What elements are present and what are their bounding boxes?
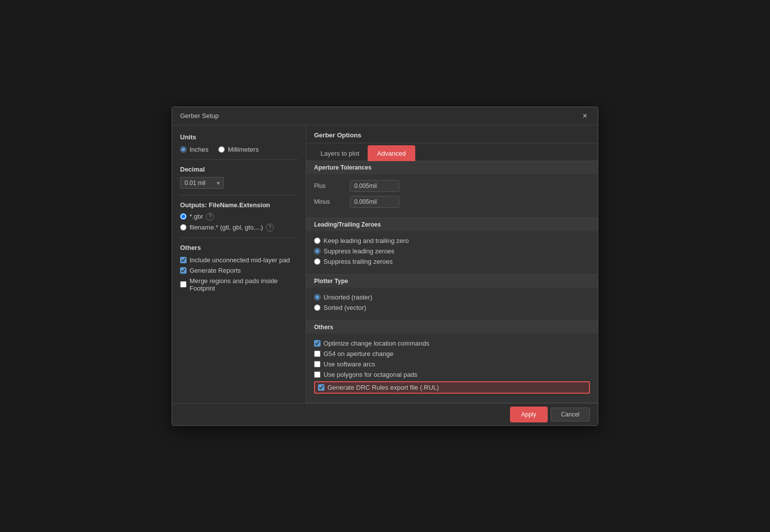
checkbox-polygons[interactable]: Use polygons for octagonal pads xyxy=(314,371,590,378)
plus-label: Plus xyxy=(314,182,344,189)
suppress-trailing-label: Suppress trailing zeroes xyxy=(323,258,392,265)
plotter-type-header: Plotter Type xyxy=(306,275,598,288)
radio-keep-leading-input[interactable] xyxy=(314,237,321,244)
others-content-right: Optimize change location commands G54 on… xyxy=(306,334,598,403)
checkbox-g54-input[interactable] xyxy=(314,351,321,357)
checkbox-include-unconnected-input[interactable] xyxy=(180,257,187,263)
sorted-label: Sorted (vector) xyxy=(323,304,366,311)
radio-suppress-trailing-input[interactable] xyxy=(314,258,321,265)
aperture-tolerances-block: Aperture Tolerances Plus Minus xyxy=(306,161,598,218)
checkbox-software-arcs-input[interactable] xyxy=(314,361,321,367)
gerber-options-header: Gerber Options xyxy=(306,125,598,143)
divider-decimal xyxy=(180,195,298,195)
checkbox-merge-regions-input[interactable] xyxy=(180,281,187,288)
checkbox-merge-regions[interactable]: Merge regions and pads inside Footprint xyxy=(180,277,298,292)
leading-trailing-zeroes-header: Leading/Trailing Zeroes xyxy=(306,218,598,231)
dialog-gerber-setup: Gerber Setup × Units Inches Millimeters … xyxy=(172,107,598,426)
close-button[interactable]: × xyxy=(580,111,590,121)
divider-units xyxy=(180,159,298,160)
help-icon-gbr[interactable]: ? xyxy=(206,213,214,221)
units-radio-group: Inches Millimeters xyxy=(180,146,298,153)
help-icon-filename[interactable]: ? xyxy=(266,224,274,232)
dialog-footer: Apply Cancel xyxy=(172,403,598,425)
right-panel: Gerber Options Layers to plot Advanced A… xyxy=(306,125,598,403)
millimeters-label: Millimeters xyxy=(228,146,258,153)
radio-suppress-leading-input[interactable] xyxy=(314,248,321,254)
checkbox-generate-reports-input[interactable] xyxy=(180,267,187,274)
inches-label: Inches xyxy=(190,146,208,153)
radio-sorted[interactable]: Sorted (vector) xyxy=(314,304,590,311)
plotter-type-block: Plotter Type Unsorted (raster) Sorted (v… xyxy=(306,275,598,321)
checkbox-optimize-input[interactable] xyxy=(314,340,321,347)
plus-field-row: Plus xyxy=(314,180,590,192)
others-header-right: Others xyxy=(306,321,598,334)
radio-filename-input[interactable] xyxy=(180,224,187,231)
software-arcs-label: Use software arcs xyxy=(323,360,375,368)
title-bar: Gerber Setup × xyxy=(172,107,598,125)
output-filename-label: filename.* (gtl, gbl, gto,...) xyxy=(190,224,263,231)
minus-input[interactable] xyxy=(350,196,399,208)
drc-rules-highlighted-row: Generate DRC Rules export file (.RUL) xyxy=(314,381,590,394)
polygons-label: Use polygons for octagonal pads xyxy=(323,371,417,378)
minus-field-row: Minus xyxy=(314,196,590,208)
tabs-row: Layers to plot Advanced xyxy=(306,143,598,161)
include-unconnected-label: Include unconnected mid-layer pad xyxy=(190,256,290,264)
leading-trailing-zeroes-content: Keep leading and trailing zero Suppress … xyxy=(306,231,598,274)
checkbox-software-arcs[interactable]: Use software arcs xyxy=(314,360,590,368)
output-gbr-label: *.gbr xyxy=(190,213,203,220)
divider-outputs xyxy=(180,237,298,238)
plotter-type-content: Unsorted (raster) Sorted (vector) xyxy=(306,288,598,320)
others-header: Others xyxy=(180,244,298,251)
leading-trailing-zeroes-block: Leading/Trailing Zeroes Keep leading and… xyxy=(306,218,598,275)
cancel-button[interactable]: Cancel xyxy=(551,408,590,421)
radio-unsorted[interactable]: Unsorted (raster) xyxy=(314,294,590,301)
checkbox-g54[interactable]: G54 on aperture change xyxy=(314,350,590,357)
radio-millimeters[interactable]: Millimeters xyxy=(218,146,258,153)
generate-reports-label: Generate Reports xyxy=(190,267,241,274)
outputs-header: Outputs: FileName.Extension xyxy=(180,201,298,209)
decimal-select[interactable]: 0.01 mil 0.1 mil 1 mil 0.001 mm xyxy=(180,177,224,189)
radio-gbr-input[interactable] xyxy=(180,213,187,220)
radio-suppress-trailing[interactable]: Suppress trailing zeroes xyxy=(314,258,590,265)
radio-unsorted-input[interactable] xyxy=(314,294,321,300)
dialog-body: Units Inches Millimeters Decimal 0.01 mi… xyxy=(172,125,598,403)
plus-input[interactable] xyxy=(350,180,399,192)
radio-inches[interactable]: Inches xyxy=(180,146,208,153)
others-block-right: Others Optimize change location commands… xyxy=(306,321,598,403)
decimal-header: Decimal xyxy=(180,166,298,173)
suppress-leading-label: Suppress leading zeroes xyxy=(323,247,394,255)
left-panel: Units Inches Millimeters Decimal 0.01 mi… xyxy=(172,125,306,403)
apply-button[interactable]: Apply xyxy=(511,408,547,421)
units-header: Units xyxy=(180,133,298,141)
radio-millimeters-input[interactable] xyxy=(218,146,225,153)
radio-keep-leading[interactable]: Keep leading and trailing zero xyxy=(314,237,590,244)
checkbox-include-unconnected[interactable]: Include unconnected mid-layer pad xyxy=(180,256,298,264)
unsorted-label: Unsorted (raster) xyxy=(323,294,372,301)
checkbox-generate-reports[interactable]: Generate Reports xyxy=(180,267,298,274)
tab-advanced[interactable]: Advanced xyxy=(369,146,414,161)
dialog-title: Gerber Setup xyxy=(180,112,219,119)
merge-regions-label: Merge regions and pads inside Footprint xyxy=(190,277,298,292)
aperture-tolerances-content: Plus Minus xyxy=(306,174,598,218)
g54-label: G54 on aperture change xyxy=(323,350,393,357)
keep-leading-label: Keep leading and trailing zero xyxy=(323,237,409,244)
drc-rules-label: Generate DRC Rules export file (.RUL) xyxy=(327,384,439,391)
decimal-select-wrapper: 0.01 mil 0.1 mil 1 mil 0.001 mm ▼ xyxy=(180,177,224,189)
checkbox-polygons-input[interactable] xyxy=(314,371,321,378)
optimize-label: Optimize change location commands xyxy=(323,340,429,347)
radio-sorted-input[interactable] xyxy=(314,304,321,311)
radio-suppress-leading[interactable]: Suppress leading zeroes xyxy=(314,247,590,255)
output-option2-row: filename.* (gtl, gbl, gto,...) ? xyxy=(180,224,298,232)
aperture-tolerances-header: Aperture Tolerances xyxy=(306,161,598,174)
checkbox-optimize[interactable]: Optimize change location commands xyxy=(314,340,590,347)
checkbox-drc-rules-input[interactable] xyxy=(318,384,324,391)
output-option1-row: *.gbr ? xyxy=(180,213,298,221)
tab-layers[interactable]: Layers to plot xyxy=(312,146,368,161)
radio-inches-input[interactable] xyxy=(180,146,187,153)
minus-label: Minus xyxy=(314,198,344,205)
right-content: Aperture Tolerances Plus Minus xyxy=(306,161,598,403)
